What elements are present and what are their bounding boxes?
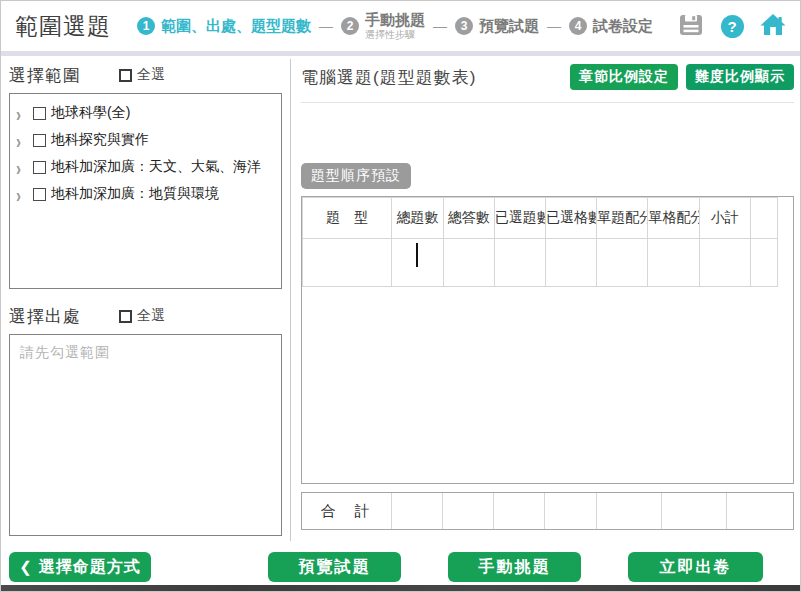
step-3[interactable]: 3預覽試題 bbox=[455, 17, 539, 35]
range-select-all-label: 全選 bbox=[137, 66, 165, 84]
header: 範圍選題 1範圍、出處、題型題數—2手動挑題選擇性步驟—3預覽試題—4試卷設定 … bbox=[1, 1, 800, 51]
save-icon bbox=[679, 14, 703, 39]
column-header-1: 總題數 bbox=[392, 198, 443, 239]
step-2-label: 手動挑題 bbox=[365, 12, 425, 29]
step-3-circle: 3 bbox=[455, 17, 473, 35]
save-button[interactable] bbox=[678, 13, 704, 39]
help-icon: ? bbox=[721, 15, 744, 38]
column-header-5: 單題配分 bbox=[597, 198, 648, 239]
question-type-order-preset-button[interactable]: 題型順序預設 bbox=[301, 163, 411, 189]
source-select-all-checkbox[interactable] bbox=[119, 310, 132, 323]
back-arrow-icon: ❮ bbox=[19, 558, 33, 576]
range-tree-item-2[interactable]: ›地科加深加廣：天文、大氣、海洋 bbox=[16, 158, 277, 176]
step-separator: — bbox=[319, 18, 333, 34]
expand-chevron-icon[interactable]: › bbox=[16, 103, 28, 123]
help-button[interactable]: ? bbox=[719, 13, 745, 39]
range-section-title: 選擇範圍 bbox=[9, 64, 81, 87]
difficulty-ratio-button[interactable]: 難度比例顯示 bbox=[686, 64, 794, 90]
range-item-checkbox[interactable] bbox=[33, 161, 46, 174]
preview-questions-button[interactable]: 預覽試題 bbox=[268, 552, 401, 582]
manual-pick-button[interactable]: 手動挑題 bbox=[448, 552, 581, 582]
table-cell[interactable] bbox=[648, 239, 699, 287]
step-4-circle: 4 bbox=[569, 17, 587, 35]
table-cell[interactable] bbox=[494, 239, 545, 287]
column-header-8 bbox=[750, 198, 777, 239]
table-cell[interactable] bbox=[597, 239, 648, 287]
left-panel: 選擇範圍 全選 ›地球科學(全)›地科探究與實作›地科加深加廣：天文、大氣、海洋… bbox=[9, 61, 282, 536]
step-2[interactable]: 2手動挑題選擇性步驟 bbox=[341, 12, 425, 40]
range-item-checkbox[interactable] bbox=[33, 107, 46, 120]
header-icons: ? bbox=[678, 13, 786, 39]
range-tree-item-1[interactable]: ›地科探究與實作 bbox=[16, 131, 277, 149]
chapter-ratio-button[interactable]: 章節比例設定 bbox=[570, 64, 678, 90]
page-title: 範圍選題 bbox=[15, 11, 111, 42]
home-button[interactable] bbox=[760, 13, 786, 39]
source-select-all-label: 全選 bbox=[137, 307, 165, 325]
range-item-checkbox[interactable] bbox=[33, 188, 46, 201]
table-row bbox=[303, 239, 778, 287]
question-type-table-container: 題 型總題數總答數已選題數已選格數單題配分單格配分小計 bbox=[301, 196, 794, 484]
step-indicator: 1範圍、出處、題型題數—2手動挑題選擇性步驟—3預覽試題—4試卷設定 bbox=[137, 12, 678, 40]
table-cell[interactable] bbox=[699, 239, 750, 287]
step-4-label: 試卷設定 bbox=[593, 18, 653, 35]
range-tree: ›地球科學(全)›地科探究與實作›地科加深加廣：天文、大氣、海洋›地科加深加廣：… bbox=[9, 93, 282, 289]
app-window: 範圍選題 1範圍、出處、題型題數—2手動挑題選擇性步驟—3預覽試題—4試卷設定 … bbox=[0, 0, 801, 592]
column-header-4: 已選格數 bbox=[545, 198, 596, 239]
step-4[interactable]: 4試卷設定 bbox=[569, 17, 653, 35]
totals-cell bbox=[442, 493, 493, 529]
range-item-label: 地球科學(全) bbox=[51, 104, 130, 122]
table-cell[interactable] bbox=[392, 239, 443, 287]
main-title: 電腦選題(題型題數表) bbox=[301, 66, 476, 89]
generate-exam-button[interactable]: 立即出卷 bbox=[628, 552, 763, 582]
expand-chevron-icon[interactable]: › bbox=[16, 184, 28, 204]
table-cell[interactable] bbox=[545, 239, 596, 287]
range-select-all[interactable]: 全選 bbox=[119, 66, 165, 84]
column-header-3: 已選題數 bbox=[494, 198, 545, 239]
range-tree-item-0[interactable]: ›地球科學(全) bbox=[16, 104, 277, 122]
range-section-header: 選擇範圍 全選 bbox=[9, 61, 282, 89]
source-placeholder: 請先勾選範圍 bbox=[20, 344, 110, 360]
column-header-6: 單格配分 bbox=[648, 198, 699, 239]
range-tree-item-3[interactable]: ›地科加深加廣：地質與環境 bbox=[16, 185, 277, 203]
main-panel: 電腦選題(題型題數表) 章節比例設定 難度比例顯示 題型順序預設 題 型總題數總… bbox=[301, 61, 794, 530]
bottom-edge-strip bbox=[1, 585, 800, 591]
totals-cell bbox=[493, 493, 544, 529]
step-3-label: 預覽試題 bbox=[479, 18, 539, 35]
column-header-7: 小計 bbox=[699, 198, 750, 239]
step-2-circle: 2 bbox=[341, 17, 359, 35]
column-header-0: 題 型 bbox=[303, 198, 392, 239]
range-item-checkbox[interactable] bbox=[33, 134, 46, 147]
step-separator: — bbox=[547, 18, 561, 34]
totals-label: 合 計 bbox=[302, 493, 391, 529]
table-cell[interactable] bbox=[303, 239, 392, 287]
back-button-label: 選擇命題方式 bbox=[39, 557, 141, 578]
source-list: 請先勾選範圍 bbox=[9, 334, 282, 536]
panel-divider bbox=[290, 59, 291, 541]
step-1-label: 範圍、出處、題型題數 bbox=[161, 18, 311, 35]
totals-cell bbox=[544, 493, 596, 529]
step-separator: — bbox=[433, 18, 447, 34]
home-icon bbox=[760, 13, 786, 40]
table-cell[interactable] bbox=[443, 239, 494, 287]
question-type-table: 題 型總題數總答數已選題數已選格數單題配分單格配分小計 bbox=[302, 197, 778, 287]
source-section-title: 選擇出處 bbox=[9, 305, 81, 328]
totals-row: 合 計 bbox=[302, 493, 793, 529]
main-title-row: 電腦選題(題型題數表) 章節比例設定 難度比例顯示 bbox=[301, 61, 794, 93]
text-cursor bbox=[416, 243, 418, 267]
step-1[interactable]: 1範圍、出處、題型題數 bbox=[137, 17, 311, 35]
column-header-2: 總答數 bbox=[443, 198, 494, 239]
totals-cell bbox=[661, 493, 726, 529]
table-cell[interactable] bbox=[750, 239, 777, 287]
expand-chevron-icon[interactable]: › bbox=[16, 157, 28, 177]
expand-chevron-icon[interactable]: › bbox=[16, 130, 28, 150]
source-select-all[interactable]: 全選 bbox=[119, 307, 165, 325]
totals-cell bbox=[391, 493, 442, 529]
header-divider bbox=[1, 51, 800, 56]
main-divider bbox=[301, 102, 794, 103]
source-section-header: 選擇出處 全選 bbox=[9, 302, 282, 330]
totals-cell bbox=[726, 493, 793, 529]
range-select-all-checkbox[interactable] bbox=[119, 69, 132, 82]
back-to-method-button[interactable]: ❮ 選擇命題方式 bbox=[9, 552, 151, 582]
totals-table: 合 計 bbox=[302, 493, 793, 529]
range-item-label: 地科加深加廣：地質與環境 bbox=[51, 185, 219, 203]
